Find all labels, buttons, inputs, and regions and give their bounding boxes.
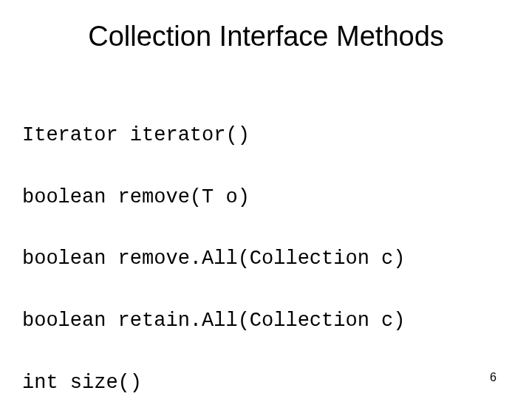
page-number: 6	[490, 371, 497, 384]
code-line: boolean remove.All(Collection c)	[22, 244, 532, 275]
code-line: boolean remove(T o)	[22, 183, 532, 214]
code-line: boolean retain.All(Collection c)	[22, 306, 532, 337]
code-line: Iterator iterator()	[22, 120, 532, 151]
slide-title: Collection Interface Methods	[0, 0, 532, 89]
code-line: int size()	[22, 368, 532, 399]
code-block: Iterator iterator() boolean remove(T o) …	[0, 89, 532, 399]
